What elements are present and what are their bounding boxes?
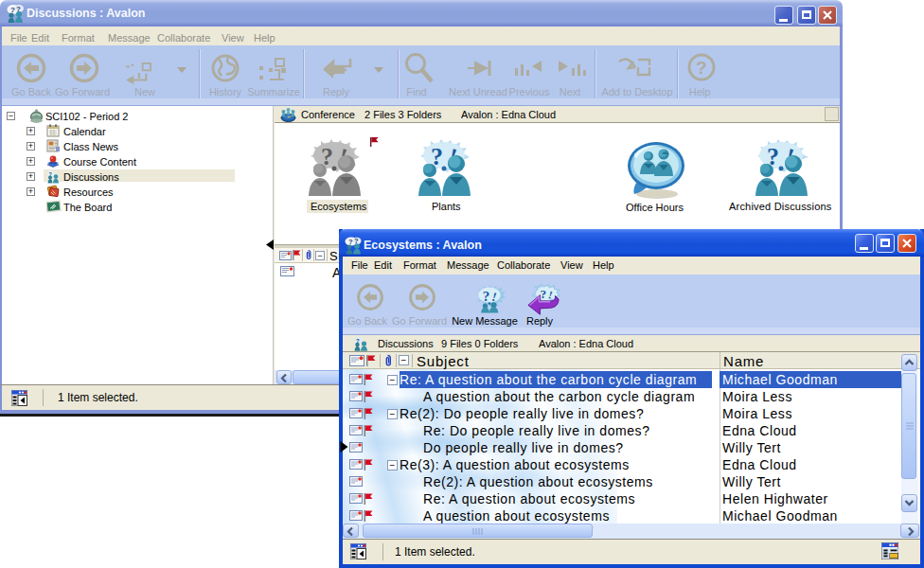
svg-text:?: ? <box>540 287 546 301</box>
svg-text:?: ? <box>696 58 707 78</box>
svg-text:?: ? <box>483 288 490 304</box>
